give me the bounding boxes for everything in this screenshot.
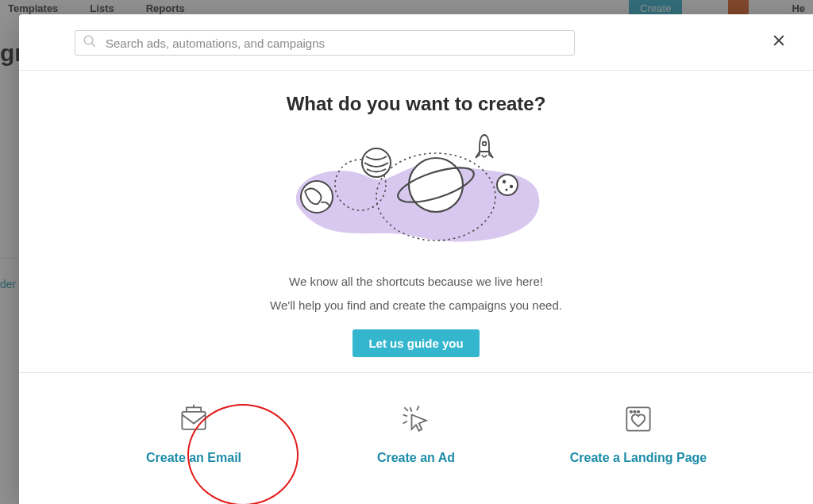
search-wrap [75,30,575,56]
svg-point-9 [301,181,333,213]
svg-point-10 [497,175,518,195]
svg-point-22 [630,411,632,413]
cursor-click-icon [399,402,433,440]
search-icon [83,34,97,52]
modal-actions-row: Create an Email Create an Ad [19,373,813,504]
create-ad-label: Create an Ad [377,451,455,465]
svg-point-12 [510,185,513,188]
svg-line-18 [404,407,408,411]
svg-point-0 [84,36,93,44]
svg-rect-15 [182,412,205,429]
svg-line-17 [403,415,408,417]
moon-icon [497,175,518,195]
create-modal: What do you want to create? [19,14,813,504]
create-email-label: Create an Email [146,451,241,465]
modal-title: What do you want to create? [43,93,789,115]
create-landing-page-action[interactable]: Create a Landing Page [559,402,718,465]
svg-point-24 [638,411,639,413]
space-illustration [281,129,551,256]
striped-planet-icon [362,148,391,177]
svg-point-13 [505,188,507,190]
svg-point-23 [634,411,635,413]
desc-line-1: We know all the shortcuts because we liv… [43,272,789,291]
earth-icon [301,181,333,213]
svg-line-19 [417,406,419,411]
rocket-icon [476,135,493,158]
svg-line-20 [403,421,408,424]
create-email-action[interactable]: Create an Email [114,402,273,465]
close-button[interactable] [767,31,791,55]
email-icon [176,402,211,440]
svg-line-16 [410,407,412,412]
svg-point-5 [409,158,463,212]
create-landing-page-label: Create a Landing Page [570,451,707,465]
create-ad-action[interactable]: Create an Ad [337,402,495,465]
guide-button[interactable]: Let us guide you [353,329,479,357]
svg-point-8 [362,148,391,177]
modal-body: What do you want to create? [19,71,813,373]
landing-page-icon [621,402,656,440]
svg-line-1 [92,44,95,47]
close-icon [771,33,787,53]
modal-top-bar [19,14,813,71]
search-input[interactable] [75,30,575,56]
svg-point-11 [503,180,506,183]
desc-line-2: We'll help you find and create the campa… [43,296,789,315]
